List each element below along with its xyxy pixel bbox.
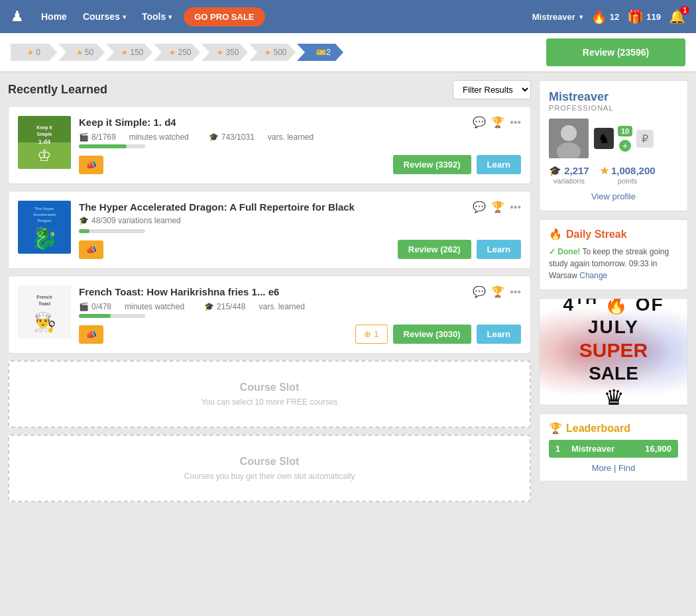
nav-tools[interactable]: Tools ▾: [135, 7, 178, 26]
svg-text:👨‍🍳: 👨‍🍳: [33, 311, 56, 333]
svg-text:French: French: [36, 295, 52, 299]
grad-icon: 🎓: [549, 165, 561, 176]
user-chevron-icon: ▾: [579, 13, 583, 21]
ruble-icon: ₽: [642, 132, 648, 145]
slot-title: Course Slot: [19, 382, 520, 393]
review-top-button[interactable]: Review (23596): [546, 38, 685, 66]
course-icons: 💬 🏆 •••: [473, 116, 521, 128]
course-title[interactable]: Keep it Simple: 1. d4: [79, 117, 473, 128]
vars-learned: 743/1031: [221, 132, 255, 142]
announce-button[interactable]: 📣: [79, 325, 103, 344]
find-link[interactable]: Find: [618, 463, 635, 473]
meta-label-2: vars. learned: [259, 302, 304, 311]
more-link[interactable]: More: [592, 463, 612, 473]
more-icon[interactable]: •••: [510, 201, 521, 213]
step-500[interactable]: ★ 500: [249, 44, 296, 61]
course-meta: 🎬 0/478 minutes watched 🎓 215/448 vars. …: [79, 302, 521, 311]
announce-button[interactable]: 📣: [79, 240, 103, 259]
promo-sale: SALE: [540, 362, 687, 385]
video-icon: 🎬: [79, 132, 89, 142]
step-active[interactable]: 🎫 2: [297, 44, 343, 61]
stat-points: ★ 1,008,200 points: [600, 165, 656, 185]
grad-icon: 🎓: [209, 132, 219, 142]
review-button[interactable]: Review (3392): [393, 155, 471, 174]
trophy-icon: 🏆: [549, 422, 562, 435]
progress-fill: [79, 229, 89, 233]
comment-icon[interactable]: 💬: [473, 201, 486, 213]
notification-bell[interactable]: 🔔 1: [669, 9, 685, 25]
streak-change-link[interactable]: Change: [579, 271, 607, 280]
trophy-icon[interactable]: 🏆: [491, 285, 504, 298]
leaderboard-row: 1 Mistreaver 16,900: [549, 440, 678, 458]
knight-icon: ♞: [598, 130, 610, 146]
star-icon: ★: [76, 48, 83, 57]
star-icon: ★: [600, 165, 609, 176]
comment-icon[interactable]: 💬: [473, 116, 486, 128]
learn-button[interactable]: Learn: [477, 240, 521, 259]
promo-super: SUPER: [540, 338, 687, 362]
streak-title: Daily Streak: [566, 229, 627, 240]
go-pro-button[interactable]: GO PRO SALE: [184, 7, 264, 26]
user-menu[interactable]: Mistreaver ▾: [532, 12, 583, 22]
trophy-icon[interactable]: 🏆: [491, 116, 504, 128]
course-icons: 💬 🏆 •••: [473, 201, 521, 213]
step-350[interactable]: ★ 350: [202, 44, 248, 61]
nav-courses[interactable]: Courses ▾: [76, 7, 133, 26]
filter-select[interactable]: Filter Results All Newest Oldest: [453, 80, 531, 99]
gift-count: 119: [646, 12, 661, 22]
lb-rank: 1: [555, 444, 566, 454]
comment-icon[interactable]: 💬: [473, 285, 486, 298]
flame-icon: 🔥: [591, 9, 607, 25]
svg-text:Accelerated: Accelerated: [33, 213, 56, 217]
add-badge-button[interactable]: +: [619, 140, 631, 152]
view-profile-link[interactable]: View profile: [549, 191, 678, 201]
svg-text:Dragon: Dragon: [38, 219, 52, 223]
gift-badge[interactable]: 🎁 119: [627, 9, 661, 25]
progress-bar: [79, 314, 145, 318]
star-icon: ★: [217, 48, 223, 57]
right-column: Mistreaver PROFESSIONAL ♞ 10 +: [539, 80, 688, 509]
review-button[interactable]: Review (262): [398, 240, 471, 259]
minutes-watched: 8/1769: [91, 132, 116, 142]
more-icon[interactable]: •••: [510, 117, 521, 128]
progress-fill: [79, 314, 111, 318]
section-header: Recently Learned Filter Results All Newe…: [8, 80, 531, 99]
avatar: [549, 119, 589, 158]
learn-button[interactable]: Learn: [477, 325, 521, 344]
stat-variations: 🎓 2,217 variations: [549, 165, 589, 185]
username: Mistreaver: [532, 12, 575, 22]
flame-badge[interactable]: 🔥 12: [591, 9, 619, 25]
learn-button[interactable]: Learn: [477, 155, 521, 174]
notification-count: 1: [680, 6, 689, 15]
lb-name[interactable]: Mistreaver: [571, 444, 640, 454]
progress-bar: [79, 229, 145, 233]
profile-row: ♞ 10 + ₽: [549, 119, 678, 158]
number-badge-button[interactable]: ⊕ 1: [355, 325, 387, 344]
step-50[interactable]: ★ 50: [58, 44, 105, 61]
slot-subtitle: Courses you buy get their own slot autom…: [19, 472, 520, 481]
promo-banner[interactable]: 4TH 🔥 OF JULY SUPER SALE ♛: [539, 298, 688, 405]
step-150[interactable]: ★ 150: [106, 44, 152, 61]
step-250[interactable]: ★ 250: [154, 44, 200, 61]
course-title[interactable]: The Hyper Accelerated Dragon: A Full Rep…: [79, 201, 473, 213]
course-slot-2: Course Slot Courses you buy get their ow…: [8, 435, 531, 502]
nav-home[interactable]: Home: [34, 7, 74, 26]
progress-fill: [79, 144, 127, 148]
star-icon: ★: [169, 48, 176, 57]
course-content: French Toast: How Harikrishna fries 1...…: [79, 285, 521, 344]
review-button[interactable]: Review (3030): [393, 325, 471, 344]
more-icon[interactable]: •••: [510, 286, 521, 298]
step-0[interactable]: ★ 0: [11, 44, 57, 61]
course-title[interactable]: French Toast: How Harikrishna fries 1...…: [79, 286, 473, 297]
courses-chevron-icon: ▾: [123, 13, 126, 21]
trophy-icon[interactable]: 🏆: [491, 201, 504, 213]
announce-button[interactable]: 📣: [79, 156, 103, 174]
svg-text:1.d4: 1.d4: [38, 138, 50, 145]
course-card: The Hyper Accelerated Dragon 🐉 The Hyper…: [8, 191, 531, 269]
profile-rank: PROFESSIONAL: [549, 104, 678, 112]
svg-text:🐉: 🐉: [31, 226, 58, 251]
course-content: The Hyper Accelerated Dragon: A Full Rep…: [79, 201, 521, 259]
course-slot-1: Course Slot You can select 10 more FREE …: [8, 360, 531, 428]
badge-number: 1: [374, 329, 378, 339]
grad-icon: 🎓: [79, 216, 89, 225]
